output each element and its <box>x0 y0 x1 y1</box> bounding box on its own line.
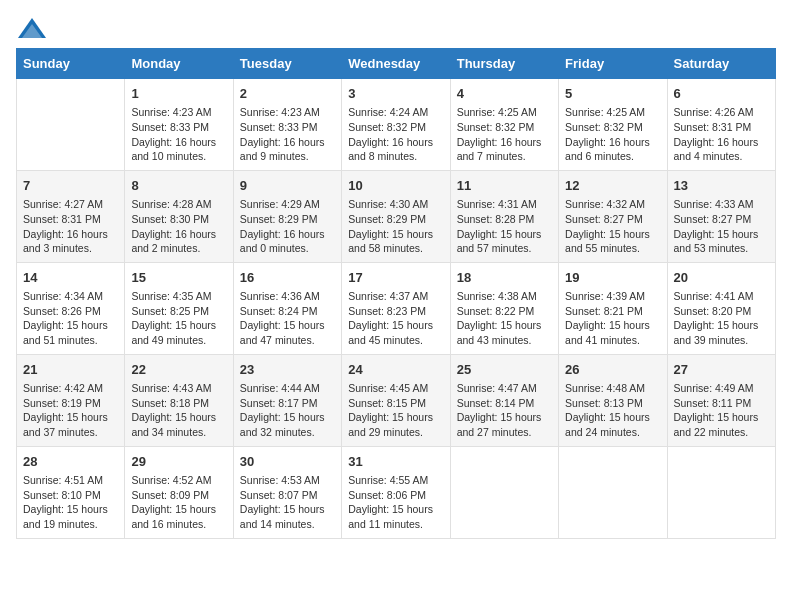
day-number: 15 <box>131 269 226 287</box>
logo-icon <box>16 16 40 36</box>
calendar-cell: 4Sunrise: 4:25 AM Sunset: 8:32 PM Daylig… <box>450 79 558 171</box>
calendar-cell <box>559 446 667 538</box>
day-info: Sunrise: 4:32 AM Sunset: 8:27 PM Dayligh… <box>565 197 660 256</box>
calendar-cell: 12Sunrise: 4:32 AM Sunset: 8:27 PM Dayli… <box>559 170 667 262</box>
day-number: 24 <box>348 361 443 379</box>
calendar-header-row: SundayMondayTuesdayWednesdayThursdayFrid… <box>17 49 776 79</box>
day-number: 13 <box>674 177 769 195</box>
calendar-cell: 10Sunrise: 4:30 AM Sunset: 8:29 PM Dayli… <box>342 170 450 262</box>
calendar-cell: 18Sunrise: 4:38 AM Sunset: 8:22 PM Dayli… <box>450 262 558 354</box>
day-number: 2 <box>240 85 335 103</box>
calendar-cell: 14Sunrise: 4:34 AM Sunset: 8:26 PM Dayli… <box>17 262 125 354</box>
day-info: Sunrise: 4:55 AM Sunset: 8:06 PM Dayligh… <box>348 473 443 532</box>
day-number: 6 <box>674 85 769 103</box>
day-number: 12 <box>565 177 660 195</box>
calendar-cell <box>667 446 775 538</box>
day-info: Sunrise: 4:51 AM Sunset: 8:10 PM Dayligh… <box>23 473 118 532</box>
day-number: 28 <box>23 453 118 471</box>
calendar-cell: 8Sunrise: 4:28 AM Sunset: 8:30 PM Daylig… <box>125 170 233 262</box>
day-number: 1 <box>131 85 226 103</box>
day-info: Sunrise: 4:30 AM Sunset: 8:29 PM Dayligh… <box>348 197 443 256</box>
day-info: Sunrise: 4:26 AM Sunset: 8:31 PM Dayligh… <box>674 105 769 164</box>
day-number: 23 <box>240 361 335 379</box>
day-info: Sunrise: 4:43 AM Sunset: 8:18 PM Dayligh… <box>131 381 226 440</box>
calendar-cell: 17Sunrise: 4:37 AM Sunset: 8:23 PM Dayli… <box>342 262 450 354</box>
calendar-cell: 20Sunrise: 4:41 AM Sunset: 8:20 PM Dayli… <box>667 262 775 354</box>
day-number: 11 <box>457 177 552 195</box>
day-info: Sunrise: 4:47 AM Sunset: 8:14 PM Dayligh… <box>457 381 552 440</box>
week-row-4: 21Sunrise: 4:42 AM Sunset: 8:19 PM Dayli… <box>17 354 776 446</box>
calendar-cell: 22Sunrise: 4:43 AM Sunset: 8:18 PM Dayli… <box>125 354 233 446</box>
day-info: Sunrise: 4:35 AM Sunset: 8:25 PM Dayligh… <box>131 289 226 348</box>
calendar-cell: 31Sunrise: 4:55 AM Sunset: 8:06 PM Dayli… <box>342 446 450 538</box>
day-info: Sunrise: 4:41 AM Sunset: 8:20 PM Dayligh… <box>674 289 769 348</box>
calendar-cell: 5Sunrise: 4:25 AM Sunset: 8:32 PM Daylig… <box>559 79 667 171</box>
calendar-cell: 21Sunrise: 4:42 AM Sunset: 8:19 PM Dayli… <box>17 354 125 446</box>
day-number: 17 <box>348 269 443 287</box>
day-info: Sunrise: 4:27 AM Sunset: 8:31 PM Dayligh… <box>23 197 118 256</box>
calendar-cell: 19Sunrise: 4:39 AM Sunset: 8:21 PM Dayli… <box>559 262 667 354</box>
calendar-cell: 24Sunrise: 4:45 AM Sunset: 8:15 PM Dayli… <box>342 354 450 446</box>
day-info: Sunrise: 4:28 AM Sunset: 8:30 PM Dayligh… <box>131 197 226 256</box>
day-number: 27 <box>674 361 769 379</box>
calendar-cell: 15Sunrise: 4:35 AM Sunset: 8:25 PM Dayli… <box>125 262 233 354</box>
day-info: Sunrise: 4:42 AM Sunset: 8:19 PM Dayligh… <box>23 381 118 440</box>
week-row-3: 14Sunrise: 4:34 AM Sunset: 8:26 PM Dayli… <box>17 262 776 354</box>
calendar-cell: 7Sunrise: 4:27 AM Sunset: 8:31 PM Daylig… <box>17 170 125 262</box>
day-number: 7 <box>23 177 118 195</box>
calendar-cell: 26Sunrise: 4:48 AM Sunset: 8:13 PM Dayli… <box>559 354 667 446</box>
week-row-2: 7Sunrise: 4:27 AM Sunset: 8:31 PM Daylig… <box>17 170 776 262</box>
day-info: Sunrise: 4:49 AM Sunset: 8:11 PM Dayligh… <box>674 381 769 440</box>
day-number: 5 <box>565 85 660 103</box>
day-info: Sunrise: 4:25 AM Sunset: 8:32 PM Dayligh… <box>565 105 660 164</box>
calendar-cell: 6Sunrise: 4:26 AM Sunset: 8:31 PM Daylig… <box>667 79 775 171</box>
calendar-cell: 29Sunrise: 4:52 AM Sunset: 8:09 PM Dayli… <box>125 446 233 538</box>
calendar-cell: 28Sunrise: 4:51 AM Sunset: 8:10 PM Dayli… <box>17 446 125 538</box>
day-number: 14 <box>23 269 118 287</box>
day-info: Sunrise: 4:53 AM Sunset: 8:07 PM Dayligh… <box>240 473 335 532</box>
week-row-5: 28Sunrise: 4:51 AM Sunset: 8:10 PM Dayli… <box>17 446 776 538</box>
calendar-cell: 11Sunrise: 4:31 AM Sunset: 8:28 PM Dayli… <box>450 170 558 262</box>
day-info: Sunrise: 4:39 AM Sunset: 8:21 PM Dayligh… <box>565 289 660 348</box>
column-header-tuesday: Tuesday <box>233 49 341 79</box>
day-number: 10 <box>348 177 443 195</box>
day-info: Sunrise: 4:29 AM Sunset: 8:29 PM Dayligh… <box>240 197 335 256</box>
calendar-cell: 9Sunrise: 4:29 AM Sunset: 8:29 PM Daylig… <box>233 170 341 262</box>
day-number: 19 <box>565 269 660 287</box>
day-number: 18 <box>457 269 552 287</box>
day-info: Sunrise: 4:23 AM Sunset: 8:33 PM Dayligh… <box>240 105 335 164</box>
calendar-cell: 13Sunrise: 4:33 AM Sunset: 8:27 PM Dayli… <box>667 170 775 262</box>
calendar-cell <box>17 79 125 171</box>
column-header-wednesday: Wednesday <box>342 49 450 79</box>
day-info: Sunrise: 4:45 AM Sunset: 8:15 PM Dayligh… <box>348 381 443 440</box>
column-header-monday: Monday <box>125 49 233 79</box>
column-header-friday: Friday <box>559 49 667 79</box>
day-number: 3 <box>348 85 443 103</box>
day-number: 8 <box>131 177 226 195</box>
calendar-cell <box>450 446 558 538</box>
day-number: 31 <box>348 453 443 471</box>
logo <box>16 16 44 36</box>
day-number: 26 <box>565 361 660 379</box>
day-info: Sunrise: 4:23 AM Sunset: 8:33 PM Dayligh… <box>131 105 226 164</box>
day-info: Sunrise: 4:25 AM Sunset: 8:32 PM Dayligh… <box>457 105 552 164</box>
day-number: 9 <box>240 177 335 195</box>
day-number: 30 <box>240 453 335 471</box>
day-number: 16 <box>240 269 335 287</box>
calendar-cell: 16Sunrise: 4:36 AM Sunset: 8:24 PM Dayli… <box>233 262 341 354</box>
calendar-cell: 2Sunrise: 4:23 AM Sunset: 8:33 PM Daylig… <box>233 79 341 171</box>
day-number: 22 <box>131 361 226 379</box>
day-info: Sunrise: 4:52 AM Sunset: 8:09 PM Dayligh… <box>131 473 226 532</box>
calendar-cell: 23Sunrise: 4:44 AM Sunset: 8:17 PM Dayli… <box>233 354 341 446</box>
calendar-cell: 30Sunrise: 4:53 AM Sunset: 8:07 PM Dayli… <box>233 446 341 538</box>
day-info: Sunrise: 4:33 AM Sunset: 8:27 PM Dayligh… <box>674 197 769 256</box>
page-header <box>16 16 776 36</box>
day-info: Sunrise: 4:36 AM Sunset: 8:24 PM Dayligh… <box>240 289 335 348</box>
day-info: Sunrise: 4:34 AM Sunset: 8:26 PM Dayligh… <box>23 289 118 348</box>
column-header-sunday: Sunday <box>17 49 125 79</box>
day-info: Sunrise: 4:44 AM Sunset: 8:17 PM Dayligh… <box>240 381 335 440</box>
day-info: Sunrise: 4:31 AM Sunset: 8:28 PM Dayligh… <box>457 197 552 256</box>
day-number: 21 <box>23 361 118 379</box>
column-header-saturday: Saturday <box>667 49 775 79</box>
day-number: 29 <box>131 453 226 471</box>
